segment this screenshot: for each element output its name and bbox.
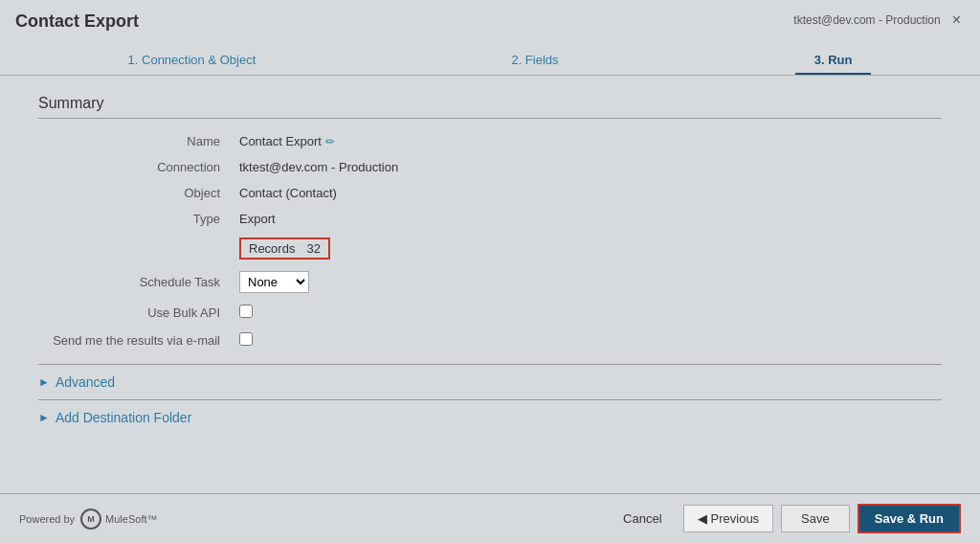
step-2[interactable]: 2. Fields: [492, 47, 577, 75]
table-row: Connection tktest@dev.com - Production: [38, 154, 942, 180]
edit-icon[interactable]: ✏: [325, 135, 335, 148]
destination-label: Add Destination Folder: [56, 410, 191, 425]
table-row: Type Export: [38, 206, 942, 232]
connection-label: Connection: [38, 154, 230, 180]
table-row: Schedule Task None Hourly Daily Weekly: [38, 265, 942, 299]
powered-by-text: Powered by: [19, 513, 75, 525]
footer-buttons: Cancel ◀ Previous Save Save & Run: [610, 504, 961, 533]
advanced-section[interactable]: ► Advanced: [38, 364, 942, 399]
table-row: Send me the results via e-mail: [38, 327, 942, 354]
modal-footer: Powered by M MuleSoft™ Cancel ◀ Previous…: [0, 493, 980, 543]
type-label: Type: [38, 206, 230, 232]
modal-header: Contact Export tktest@dev.com - Producti…: [0, 0, 980, 39]
steps-nav: 1. Connection & Object 2. Fields 3. Run: [0, 39, 980, 76]
name-text: Contact Export: [239, 134, 322, 148]
records-value-cell: Records 32: [230, 232, 942, 265]
bulk-api-cell: [230, 299, 942, 327]
records-value: 32: [306, 241, 320, 256]
connection-value: tktest@dev.com - Production: [230, 154, 942, 180]
user-info: tktest@dev.com - Production: [793, 13, 940, 27]
destination-section[interactable]: ► Add Destination Folder: [38, 399, 942, 435]
email-checkbox[interactable]: [239, 332, 253, 346]
email-label: Send me the results via e-mail: [38, 327, 230, 354]
previous-button[interactable]: ◀ Previous: [683, 505, 774, 532]
cancel-button[interactable]: Cancel: [610, 506, 675, 532]
step-1[interactable]: 1. Connection & Object: [109, 47, 276, 75]
records-highlight: Records 32: [239, 238, 330, 260]
destination-chevron-icon: ►: [38, 411, 50, 424]
schedule-task-label: Schedule Task: [38, 265, 230, 299]
save-run-button[interactable]: Save & Run: [858, 504, 961, 533]
modal-content: Summary Name Contact Export ✏ Connection…: [0, 76, 980, 493]
schedule-task-select[interactable]: None Hourly Daily Weekly: [239, 271, 309, 293]
type-value: Export: [230, 206, 942, 232]
schedule-task-cell: None Hourly Daily Weekly: [230, 265, 942, 299]
summary-title: Summary: [38, 95, 942, 119]
save-button[interactable]: Save: [781, 505, 850, 532]
summary-table: Name Contact Export ✏ Connection tktest@…: [38, 128, 942, 354]
mulesoft-text: MuleSoft™: [105, 513, 157, 525]
records-row: Records 32: [38, 232, 942, 265]
advanced-label: Advanced: [56, 374, 115, 390]
table-row: Name Contact Export ✏: [38, 128, 942, 154]
email-cell: [230, 327, 942, 354]
advanced-chevron-icon: ►: [38, 375, 50, 389]
records-label: Records: [249, 241, 295, 256]
records-label-cell: [38, 232, 230, 265]
modal-title: Contact Export: [15, 11, 139, 39]
prev-arrow-icon: ◀: [698, 511, 707, 526]
modal-container: Contact Export tktest@dev.com - Producti…: [0, 0, 980, 543]
mulesoft-logo-icon: M: [80, 509, 101, 530]
bulk-api-checkbox[interactable]: [239, 305, 253, 318]
step-3[interactable]: 3. Run: [795, 47, 872, 75]
powered-by: Powered by M MuleSoft™: [19, 509, 158, 530]
object-label: Object: [38, 180, 230, 206]
object-value: Contact (Contact): [230, 180, 942, 206]
close-button[interactable]: ×: [948, 11, 965, 29]
bulk-api-label: Use Bulk API: [38, 299, 230, 327]
name-label: Name: [38, 128, 230, 154]
header-right: tktest@dev.com - Production ×: [793, 11, 965, 29]
table-row: Object Contact (Contact): [38, 180, 942, 206]
table-row: Use Bulk API: [38, 299, 942, 327]
previous-label: Previous: [711, 511, 760, 526]
name-value: Contact Export ✏: [230, 128, 942, 154]
mulesoft-logo: M MuleSoft™: [80, 509, 157, 530]
